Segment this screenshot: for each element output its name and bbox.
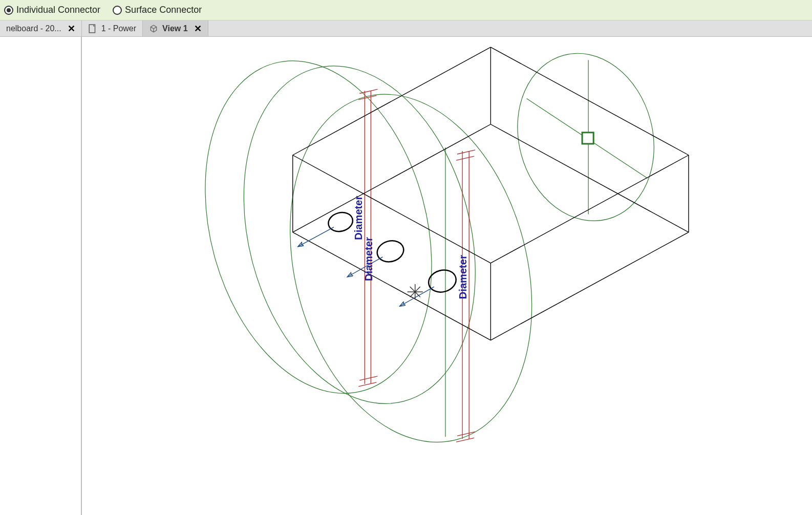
radio-label: Surface Connector xyxy=(125,5,202,15)
diameter-label-3: Diameter xyxy=(457,255,468,299)
crosshair-marker xyxy=(408,284,423,299)
svg-line-31 xyxy=(293,124,491,232)
radio-label: Individual Connector xyxy=(16,5,100,15)
diameter-label-2: Diameter xyxy=(363,237,374,281)
cube-icon xyxy=(149,24,158,33)
tab-label: 1 - Power xyxy=(101,24,136,33)
model-drawing: Diameter Diameter Diameter xyxy=(82,37,812,515)
svg-point-3 xyxy=(253,67,569,469)
view-tabs-bar: nelboard - 20... ✕ 1 - Power View 1 ✕ xyxy=(0,20,812,37)
svg-line-10 xyxy=(359,89,377,93)
svg-point-33 xyxy=(375,238,406,265)
tab-panelboard[interactable]: nelboard - 20... ✕ xyxy=(0,20,82,36)
tab-label: nelboard - 20... xyxy=(6,24,61,33)
box-wireframe xyxy=(293,47,689,340)
selection-marker[interactable] xyxy=(582,133,593,144)
svg-line-22 xyxy=(490,155,689,263)
options-bar: Individual Connector Surface Connector xyxy=(0,0,812,20)
svg-line-12 xyxy=(359,376,377,380)
individual-connector-radio[interactable]: Individual Connector xyxy=(4,5,100,15)
sheet-icon xyxy=(88,24,97,33)
svg-point-32 xyxy=(326,210,355,234)
tab-power[interactable]: 1 - Power xyxy=(82,20,143,36)
radio-icon xyxy=(4,6,13,15)
connectors xyxy=(326,210,458,295)
green-workplanes xyxy=(170,37,672,469)
tab-label: View 1 xyxy=(162,24,188,33)
svg-point-1 xyxy=(170,37,466,419)
svg-line-19 xyxy=(456,438,474,442)
svg-line-29 xyxy=(490,232,689,340)
tab-view1[interactable]: View 1 ✕ xyxy=(143,20,208,36)
close-icon[interactable]: ✕ xyxy=(194,23,202,34)
svg-line-16 xyxy=(457,150,475,154)
radio-icon xyxy=(113,6,122,15)
side-panel xyxy=(0,37,82,515)
svg-line-17 xyxy=(456,156,474,160)
svg-line-23 xyxy=(293,155,491,263)
svg-line-20 xyxy=(293,47,491,155)
3d-viewport[interactable]: Diameter Diameter Diameter xyxy=(82,37,812,515)
workspace: Diameter Diameter Diameter xyxy=(0,37,812,515)
svg-line-13 xyxy=(358,382,376,387)
dimension-labels: Diameter Diameter Diameter xyxy=(353,196,468,299)
diameter-label-1: Diameter xyxy=(353,196,364,240)
svg-line-35 xyxy=(298,227,334,247)
close-icon[interactable]: ✕ xyxy=(68,23,75,34)
surface-connector-radio[interactable]: Surface Connector xyxy=(113,5,202,15)
